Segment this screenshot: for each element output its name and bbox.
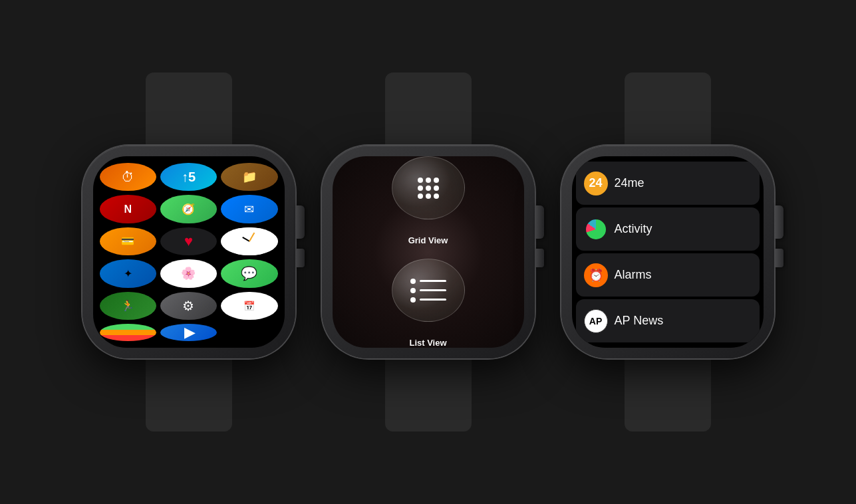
app-photos[interactable]: 🌸 (160, 259, 217, 287)
watch-screen-grid: ⏱ ↑5 📁 N 🧭 ✉ 💳 ♥ (93, 156, 285, 348)
band-bottom-3 (625, 358, 711, 432)
side-button-3 (774, 249, 784, 267)
list-view-button[interactable] (392, 259, 465, 322)
list-lines-icon (405, 273, 452, 308)
app-settings[interactable]: ⚙ (160, 292, 217, 320)
app-news-red[interactable]: N (100, 195, 156, 223)
icon-apnews: AP (584, 309, 608, 333)
app-folder[interactable]: 📁 (221, 163, 277, 191)
list-item-apnews[interactable]: AP AP News (576, 299, 760, 342)
watch-choice: Grid View List Vie (322, 72, 535, 432)
watch-screen-list: 24 24me Activity ⏰ Alarms AP (572, 156, 764, 348)
band-bottom-1 (146, 358, 232, 432)
action2-icon: ✦ (124, 267, 132, 280)
grid-view-label: Grid View (408, 235, 448, 245)
icon-apnews-text: AP (589, 316, 602, 326)
watch-list: 24 24me Activity ⏰ Alarms AP (561, 72, 774, 432)
wallet-icon: 💳 (121, 235, 134, 247)
photos-icon: 🌸 (181, 266, 196, 281)
icon-alarms: ⏰ (584, 263, 608, 287)
app-maps[interactable]: 🧭 (160, 195, 217, 223)
list-item-activity[interactable]: Activity (576, 207, 760, 251)
label-apnews: AP News (615, 314, 664, 328)
band-bottom-2 (385, 358, 472, 432)
app-mail[interactable]: ✉ (221, 195, 277, 223)
app-stripe[interactable] (100, 324, 156, 341)
list-item-alarms[interactable]: ⏰ Alarms (576, 253, 760, 297)
band-top-2 (385, 72, 472, 146)
clock-face (221, 227, 277, 255)
fitness-icon: 🏃 (121, 299, 134, 312)
icon-24me-text: 24 (589, 176, 602, 190)
icon-24me: 24 (584, 172, 608, 195)
watch-body-3: 24 24me Activity ⏰ Alarms AP (561, 146, 774, 358)
mail-icon: ✉ (244, 202, 254, 217)
watch-screen-choice: Grid View List Vie (333, 156, 524, 348)
workflow-icon: ↑5 (182, 170, 196, 185)
folder-icon: 📁 (242, 170, 257, 184)
label-alarms: Alarms (615, 268, 652, 282)
app-wallet[interactable]: 💳 (100, 227, 156, 255)
app-calendar[interactable]: 📅 (221, 292, 277, 320)
settings-icon: ⚙ (182, 298, 194, 314)
app-timer[interactable]: ⏱ (100, 163, 156, 191)
band-top-3 (625, 72, 711, 146)
side-button-1 (295, 249, 305, 267)
crown-2 (535, 205, 544, 239)
app-action2[interactable]: ✦ (100, 259, 156, 287)
health-icon: ♥ (184, 233, 193, 250)
grid-view-button[interactable] (392, 156, 465, 219)
crown-1 (295, 205, 305, 239)
messages-icon: 💬 (241, 265, 257, 281)
watch-body-2: Grid View List Vie (322, 146, 535, 358)
calendar-icon: 📅 (243, 301, 255, 311)
app-clock[interactable] (221, 227, 277, 255)
crown-3 (774, 205, 784, 239)
app-fitness[interactable]: 🏃 (100, 292, 156, 320)
band-top-1 (146, 72, 232, 146)
news-red-icon: N (124, 203, 132, 215)
icon-alarms-text: ⏰ (589, 268, 603, 283)
side-button-2 (535, 249, 544, 267)
label-24me: 24me (615, 176, 644, 190)
watch-body-1: ⏱ ↑5 📁 N 🧭 ✉ 💳 ♥ (82, 146, 295, 358)
icon-activity (584, 217, 608, 241)
app-workflow[interactable]: ↑5 (160, 163, 217, 191)
app-messages[interactable]: 💬 (221, 259, 277, 287)
play-icon: ▶ (184, 324, 196, 341)
app-play[interactable]: ▶ (160, 324, 217, 341)
timer-icon: ⏱ (121, 170, 134, 185)
app-health[interactable]: ♥ (160, 227, 217, 255)
list-item-24me[interactable]: 24 24me (576, 162, 760, 205)
list-view-label: List View (409, 338, 446, 348)
watch-grid: ⏱ ↑5 📁 N 🧭 ✉ 💳 ♥ (82, 72, 295, 432)
label-activity: Activity (615, 222, 652, 236)
grid-dots-icon (415, 175, 442, 201)
maps-icon: 🧭 (182, 203, 195, 215)
